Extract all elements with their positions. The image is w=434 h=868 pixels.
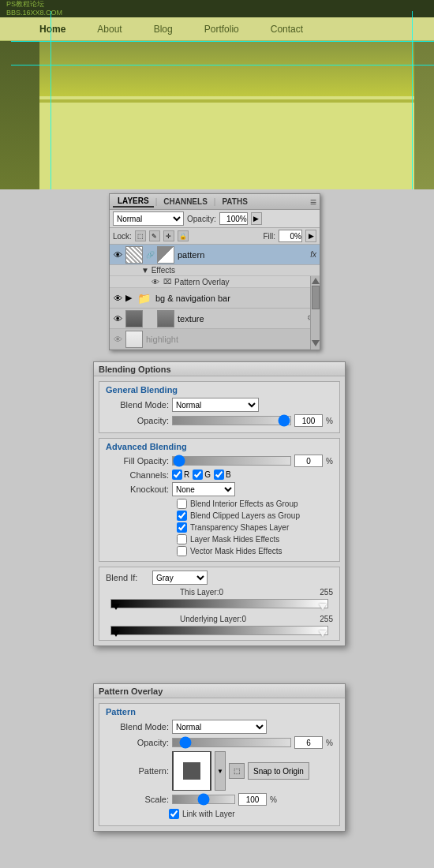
eye-icon-effect[interactable]: 👁 <box>151 277 160 286</box>
panel-menu-icon[interactable]: ≡ <box>310 196 316 208</box>
snap-to-origin-btn[interactable]: Snap to Origin <box>248 762 309 780</box>
tab-paths[interactable]: PATHS <box>217 196 252 207</box>
pattern-opacity-num[interactable] <box>294 736 323 749</box>
pattern-scale-num[interactable] <box>238 793 267 806</box>
knockout-label: Knockout: <box>106 485 169 494</box>
link-with-layer-label: Link with Layer <box>182 810 235 818</box>
channel-r-checkbox[interactable] <box>172 470 182 480</box>
website-nav: Home About Blog Portfolio Contact <box>0 17 434 41</box>
nav-item-contact[interactable]: Contact <box>271 24 303 35</box>
eye-icon-pattern[interactable]: 👁 <box>111 249 124 261</box>
knockout-select[interactable]: None <box>172 482 235 496</box>
expand-arrow-bg[interactable]: ▶ <box>125 293 132 303</box>
scroll-thumb[interactable] <box>312 286 320 309</box>
eye-icon-texture[interactable]: 👁 <box>111 312 124 325</box>
tab-channels[interactable]: CHANNELS <box>159 196 212 207</box>
this-layer-white-arrow[interactable] <box>319 604 327 610</box>
panel-header: LAYERS | CHANNELS | PATHS ≡ <box>110 194 320 210</box>
blend-clipped-checkbox[interactable] <box>177 511 187 521</box>
layer-row-texture[interactable]: 👁 texture ⚙ <box>110 309 320 329</box>
eye-icon-bg-nav[interactable]: 👁 <box>111 292 124 305</box>
channel-g-check: G <box>193 470 211 480</box>
tab-layers[interactable]: LAYERS <box>113 196 154 208</box>
fill-opacity-num[interactable] <box>294 455 323 467</box>
website-top-bar: PS教程论坛 BBS.16XX8.COM <box>0 0 434 17</box>
pattern-section-title: Pattern <box>106 707 333 716</box>
pattern-thumb[interactable] <box>172 751 211 791</box>
layer-mask-checkbox[interactable] <box>177 534 187 544</box>
link-with-layer-checkbox[interactable] <box>169 809 179 819</box>
lock-all-btn[interactable]: 🔒 <box>178 230 189 241</box>
underlying-layer-label: Underlying Layer: <box>180 615 241 623</box>
pattern-blend-mode-select[interactable]: Normal <box>172 720 267 734</box>
blend-mode-select[interactable]: Normal <box>172 398 259 412</box>
thumb-pattern <box>125 246 143 264</box>
opacity-slider[interactable] <box>172 416 291 425</box>
lock-transparent-btn[interactable]: ⬚ <box>135 230 146 241</box>
thumb-highlight <box>125 331 143 348</box>
eye-icon-highlight[interactable]: 👁 <box>111 333 124 346</box>
layer-name-highlight: highlight <box>144 335 318 344</box>
nav-item-home[interactable]: Home <box>39 24 65 35</box>
vector-mask-checkbox[interactable] <box>177 546 187 556</box>
fill-input[interactable] <box>279 230 302 242</box>
channel-g-checkbox[interactable] <box>193 470 203 480</box>
channel-b-checkbox[interactable] <box>214 470 224 480</box>
layer-row-pattern[interactable]: 👁 🔗 pattern fx <box>110 245 320 265</box>
lock-position-btn[interactable]: ✛ <box>163 230 174 241</box>
pattern-opacity-label: Opacity: <box>106 738 169 747</box>
guide-vertical-2 <box>412 11 413 189</box>
channels-row: Channels: R G B <box>106 470 333 480</box>
layer-row-highlight[interactable]: 👁 highlight <box>110 329 320 350</box>
blend-clipped-label: Blend Clipped Layers as Group <box>190 511 300 520</box>
blend-interior-checkbox[interactable] <box>177 499 187 509</box>
nav-item-about[interactable]: About <box>97 24 122 35</box>
channels-label: Channels: <box>106 470 169 480</box>
layer-fx-pattern[interactable]: fx <box>310 250 318 259</box>
lock-label: Lock: <box>113 232 132 241</box>
blend-if-section: Blend If: Gray This Layer: 0 255 Underly… <box>99 567 340 641</box>
layer-row-bg-nav[interactable]: 👁 ▶ 📁 bg & navigation bar <box>110 288 320 309</box>
pattern-opacity-row: Opacity: % <box>106 736 333 749</box>
lock-toolbar: Lock: ⬚ ✎ ✛ 🔒 Fill: ▶ <box>110 228 320 245</box>
transparency-checkbox[interactable] <box>177 522 187 533</box>
pattern-blend-mode-row: Blend Mode: Normal <box>106 720 333 734</box>
pattern-link-btn[interactable]: ⬚ <box>229 763 245 779</box>
blend-interior-row: Blend Interior Effects as Group <box>106 499 333 509</box>
layers-toolbar: Normal Opacity: ▶ <box>110 210 320 228</box>
blend-if-select[interactable]: Gray <box>152 571 208 585</box>
layer-name-bg-nav: bg & navigation bar <box>154 294 318 303</box>
underlying-black-arrow[interactable] <box>112 630 120 637</box>
this-layer-black-arrow[interactable] <box>112 604 120 610</box>
nav-item-blog[interactable]: Blog <box>154 24 173 35</box>
channel-b-label: B <box>226 470 231 479</box>
underlying-slider-container <box>110 624 328 637</box>
nav-item-portfolio[interactable]: Portfolio <box>204 24 239 35</box>
fill-opacity-slider[interactable] <box>172 456 291 466</box>
layer-mask-row: Layer Mask Hides Effects <box>106 534 333 544</box>
fill-opacity-label: Fill Opacity: <box>106 456 169 466</box>
channel-r-label: R <box>184 470 189 479</box>
channel-b-check: B <box>214 470 231 480</box>
pattern-dropdown-btn[interactable]: ▼ <box>215 751 226 791</box>
underlying-white-arrow[interactable] <box>319 630 327 637</box>
opacity-arrow[interactable]: ▶ <box>251 212 262 225</box>
blending-dialog-title: Blending Options <box>94 362 345 376</box>
opacity-input[interactable] <box>219 212 248 225</box>
pattern-opacity-slider[interactable] <box>172 738 291 747</box>
blending-dialog: Blending Options General Blending Blend … <box>93 361 346 646</box>
effects-label: ▼ Effects <box>141 266 175 275</box>
blend-mode-dropdown[interactable]: Normal <box>113 211 184 226</box>
opacity-num-input[interactable] <box>294 414 323 427</box>
fill-opacity-row: Fill Opacity: % <box>106 455 333 467</box>
scroll-up-btn[interactable] <box>312 278 320 284</box>
fill-arrow[interactable]: ▶ <box>305 230 316 242</box>
pattern-label: Pattern: <box>106 766 169 776</box>
thumb-group: 📁 <box>135 290 152 307</box>
scroll-down-btn[interactable] <box>312 340 320 346</box>
lock-image-btn[interactable]: ✎ <box>149 230 160 241</box>
layers-scrollbar[interactable] <box>310 276 320 350</box>
this-layer-slider-bg <box>110 599 328 608</box>
opacity-label: Opacity: <box>187 215 216 223</box>
pattern-scale-slider[interactable] <box>172 795 235 804</box>
